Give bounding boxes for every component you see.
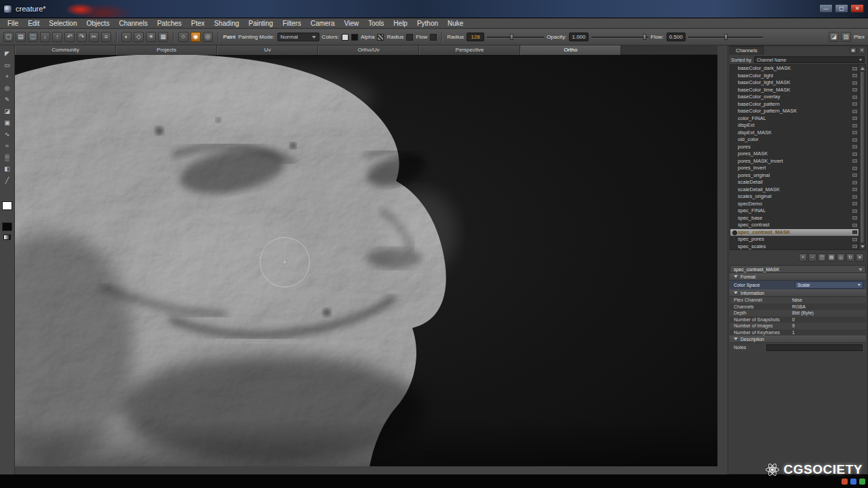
visibility-icon[interactable] (732, 66, 738, 71)
menu-item-nuke[interactable]: Nuke (443, 18, 468, 28)
visibility-icon[interactable] (732, 123, 738, 128)
visibility-icon[interactable] (732, 94, 738, 100)
visibility-icon[interactable] (732, 137, 738, 142)
radius-chip-swatch[interactable] (406, 34, 413, 41)
redo-icon[interactable]: ↷ (77, 32, 87, 42)
menu-item-help[interactable]: Help (389, 18, 412, 28)
brush-tip-button[interactable]: ○ (178, 32, 189, 42)
tab-ortho-uv[interactable]: Ortho/Uv (318, 45, 419, 55)
visibility-icon[interactable] (732, 165, 738, 171)
channel-row[interactable]: color_FINAL (730, 115, 865, 123)
scroll-down-icon[interactable] (859, 243, 865, 249)
visibility-icon[interactable] (732, 180, 738, 185)
visibility-icon[interactable] (732, 201, 738, 207)
undo-icon[interactable]: ↶ (64, 32, 75, 42)
channel-row[interactable]: spec_scales (730, 243, 865, 251)
menu-item-camera[interactable]: Camera (306, 18, 340, 28)
visibility-icon[interactable] (732, 108, 738, 114)
channel-list-scrollbar[interactable] (859, 65, 865, 249)
channel-row[interactable]: baseColor_lime_MASK (730, 87, 865, 94)
open-project-icon[interactable]: ▤ (16, 32, 26, 42)
visibility-icon[interactable] (732, 151, 738, 157)
export-icon[interactable]: ↑ (52, 32, 62, 42)
visibility-icon[interactable] (732, 216, 738, 221)
radius-slider[interactable] (487, 33, 544, 41)
menu-item-edit[interactable]: Edit (23, 18, 44, 28)
gradient-swatch[interactable] (3, 235, 11, 240)
tab-perspective[interactable]: Perspective (419, 45, 520, 55)
radius-value[interactable]: 128 (467, 33, 484, 41)
visibility-icon[interactable] (732, 80, 738, 85)
menu-item-selection[interactable]: Selection (44, 18, 81, 28)
channel-row[interactable]: spec_pores (730, 236, 865, 243)
notes-input[interactable] (766, 344, 863, 351)
information-section-header[interactable]: Information (730, 289, 866, 297)
channel-row[interactable]: scaleDetail (730, 179, 865, 186)
move-tool-icon[interactable]: + (2, 73, 13, 81)
visibility-icon[interactable] (732, 194, 738, 199)
menu-item-shading[interactable]: Shading (210, 18, 244, 28)
painting-mode-dropdown[interactable]: Normal (277, 33, 319, 41)
scroll-up-icon[interactable] (859, 65, 865, 71)
brush-settings-button[interactable]: ◎ (203, 32, 213, 42)
close-panel-button[interactable]: ✕ (859, 47, 865, 54)
maximize-button[interactable]: ▢ (835, 4, 848, 13)
channel-row[interactable]: baseColor_pattern_MASK (730, 108, 865, 115)
menu-item-view[interactable]: View (339, 18, 363, 28)
add-channel-button[interactable]: + (799, 253, 807, 262)
foreground-color-swatch[interactable] (2, 201, 12, 210)
blur-tool-icon[interactable]: ≈ (2, 142, 13, 150)
visibility-icon[interactable] (732, 102, 738, 107)
channel-row[interactable]: pores_MASK_invert (730, 158, 865, 165)
channel-row[interactable]: baseColor_overlay (730, 94, 865, 101)
remove-channel-button[interactable]: − (808, 253, 816, 262)
tab-community[interactable]: Community (15, 45, 116, 55)
opacity-slider[interactable] (591, 33, 648, 41)
save-project-icon[interactable]: ◫ (28, 32, 38, 42)
visibility-icon[interactable] (732, 222, 738, 228)
import-icon[interactable]: ↓ (40, 32, 50, 42)
visibility-icon[interactable] (732, 130, 738, 136)
snapshot-channel-button[interactable]: ◎ (837, 253, 845, 262)
tray-icon[interactable] (859, 479, 865, 485)
paint-tool-button[interactable]: ◉ (191, 32, 201, 42)
flow-chip-swatch[interactable] (430, 34, 437, 41)
slider-handle[interactable] (510, 34, 513, 40)
channel-row[interactable]: spec_contrast (730, 222, 865, 229)
channel-row[interactable]: spec_contrast_MASK (730, 229, 865, 237)
tab-projects[interactable]: Projects (116, 45, 217, 55)
visibility-icon[interactable] (732, 144, 738, 150)
projection-toggle-icon[interactable]: ▥ (841, 32, 851, 42)
channel-row[interactable]: scales_original (730, 193, 865, 201)
scrollbar-thumb[interactable] (860, 71, 865, 243)
wireframe-toggle-icon[interactable]: ◇ (134, 32, 144, 42)
visibility-icon[interactable] (732, 73, 738, 79)
channel-row[interactable]: specDemo (730, 201, 865, 208)
menu-item-tools[interactable]: Tools (363, 18, 389, 28)
undock-panel-button[interactable]: ▣ (850, 47, 856, 54)
delete-channel-button[interactable]: ✕ (856, 253, 864, 262)
flow-slider[interactable] (688, 33, 763, 41)
channels-panel-tab[interactable]: Channels (730, 46, 764, 55)
eyedropper-icon[interactable]: ╱ (2, 176, 13, 185)
channel-row[interactable]: pores (730, 144, 865, 151)
menu-item-filters[interactable]: Filters (278, 18, 306, 28)
properties-title[interactable]: spec_contrast_MASK (730, 265, 866, 273)
channel-row[interactable]: spec_base (730, 215, 865, 222)
slider-handle[interactable] (643, 34, 646, 40)
channel-row[interactable]: old_color (730, 136, 865, 144)
flow-value[interactable]: 0.500 (667, 33, 686, 41)
channel-row[interactable]: pores_MASK (730, 150, 865, 158)
visibility-icon[interactable] (732, 159, 738, 164)
shading-toggle-icon[interactable]: ◐ (121, 32, 132, 42)
channel-row[interactable]: baseColor_light (730, 73, 865, 80)
description-section-header[interactable]: Description (730, 336, 866, 343)
fill-tool-icon[interactable]: ◧ (2, 165, 13, 174)
tray-icon[interactable] (842, 479, 848, 485)
menu-item-patches[interactable]: Patches (153, 18, 186, 28)
menu-item-channels[interactable]: Channels (114, 18, 152, 28)
minimize-button[interactable]: — (819, 4, 833, 13)
channel-row[interactable]: pores_original (730, 172, 865, 180)
menu-item-painting[interactable]: Painting (244, 18, 278, 28)
smudge-tool-icon[interactable]: ∿ (2, 130, 13, 139)
